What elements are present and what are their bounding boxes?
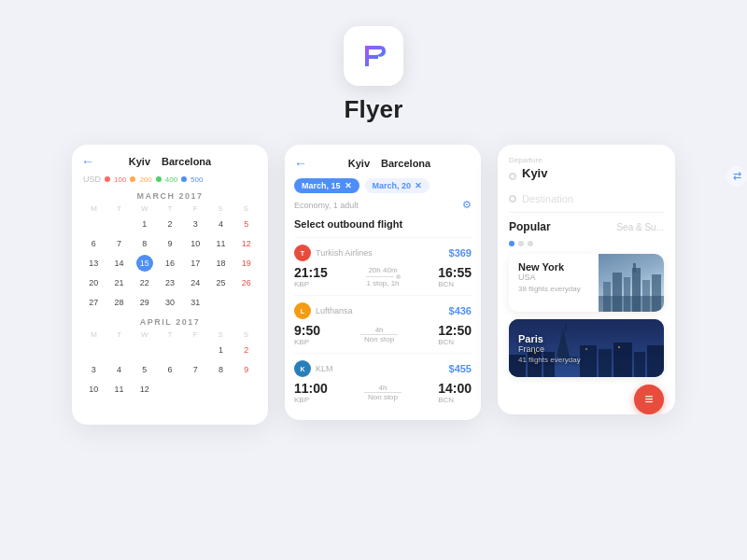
arrive-time: 14:00 BCN <box>438 381 472 404</box>
destination-placeholder: Destination <box>522 193 573 204</box>
cal-day[interactable]: 5 <box>133 360 157 379</box>
departure-label: Departure <box>509 156 664 164</box>
app-logo-svg <box>356 38 391 74</box>
svg-rect-7 <box>599 296 664 312</box>
cal-day[interactable]: 8 <box>208 360 233 379</box>
ny-info: New York USA 38 flights everyday <box>509 254 599 312</box>
flight-price: $455 <box>449 363 472 374</box>
cal-day[interactable]: 2 <box>234 341 259 359</box>
cal-day[interactable]: 6 <box>158 360 182 379</box>
svg-rect-19 <box>647 345 664 377</box>
svg-rect-18 <box>634 352 645 377</box>
depart-time: 9:50 KBP <box>294 323 320 346</box>
svg-rect-17 <box>613 343 632 377</box>
airline-row: K KLM $455 <box>294 360 472 377</box>
cal-day[interactable]: 31 <box>183 293 207 312</box>
airline-name: Turkish Airlines <box>316 248 373 258</box>
cal-day[interactable]: 2 <box>158 215 182 233</box>
destination-label: Barcelona <box>162 156 211 167</box>
close-chip-icon[interactable]: ✕ <box>415 181 422 190</box>
cal-day[interactable]: 12 <box>234 234 259 253</box>
arrive-time: 16:55 BCN <box>438 265 472 288</box>
cal-day[interactable]: 13 <box>81 254 106 273</box>
header: Flyer <box>344 26 403 124</box>
cal-day[interactable]: 7 <box>106 234 131 253</box>
close-chip-icon[interactable]: ✕ <box>345 181 352 190</box>
back-arrow-icon[interactable]: ← <box>81 154 94 169</box>
date-chip-1[interactable]: March, 15 ✕ <box>294 178 359 193</box>
dest-top: Departure Kyiv ⇄ Destination Popular Sea… <box>498 145 675 254</box>
airline-name: Lufthansa <box>316 306 353 315</box>
cal-day[interactable]: 23 <box>158 273 182 292</box>
ny-image <box>599 254 664 312</box>
weekdays-row-2: MTWTFSS <box>81 330 259 339</box>
currency-row: USD 100 200 400 500 <box>81 175 259 184</box>
flight-item[interactable]: K KLM $455 11:00 KBP 4h Non stop <box>294 353 472 411</box>
airline-row: T Turkish Airlines $369 <box>294 245 472 261</box>
cal-day[interactable]: 3 <box>81 360 106 379</box>
cal-day[interactable]: 4 <box>208 215 233 233</box>
cal-day[interactable]: 14 <box>106 254 131 273</box>
svg-rect-4 <box>633 263 636 273</box>
destination-input-row[interactable]: Destination <box>509 193 664 213</box>
cal-day[interactable]: 28 <box>106 293 131 312</box>
price-dot-green <box>156 176 162 182</box>
arrive-time: 12:50 BCN <box>438 323 472 346</box>
march-days: 1 2 3 4 5 6 7 8 9 10 11 12 13 14 15 16 1… <box>81 215 259 312</box>
ny-flights: 38 flights everyday <box>518 285 589 293</box>
klm-logo: K <box>294 360 311 377</box>
pagination-dots <box>509 241 664 246</box>
cal-day[interactable]: 30 <box>158 293 182 312</box>
cal-day[interactable]: 17 <box>183 254 207 273</box>
cal-day[interactable]: 6 <box>81 234 106 253</box>
airline-name: KLM <box>316 364 333 373</box>
cal-day[interactable]: 10 <box>81 380 106 399</box>
add-button[interactable]: ≡ <box>634 385 664 414</box>
cal-day[interactable]: 27 <box>81 293 106 312</box>
filter-icon[interactable]: ⚙ <box>462 199 472 211</box>
lufthansa-logo: L <box>294 302 311 319</box>
cal-day[interactable]: 3 <box>183 215 207 233</box>
flight-item[interactable]: T Turkish Airlines $369 21:15 KBP 20h 40… <box>294 237 472 295</box>
departure-dot-icon <box>509 173 516 180</box>
date-chip-2[interactable]: March, 20 ✕ <box>365 178 430 193</box>
cal-day[interactable]: 20 <box>81 273 106 292</box>
march-label: MARCH 2017 <box>81 191 259 201</box>
cal-day[interactable]: 9 <box>234 360 259 379</box>
ny-city: New York <box>518 261 589 273</box>
select-flight-title: Select outbound flight <box>294 218 472 230</box>
cal-day[interactable]: 8 <box>133 234 157 253</box>
cal-day[interactable]: 7 <box>183 360 207 379</box>
cal-day[interactable]: 19 <box>234 254 259 273</box>
cal-day[interactable]: 25 <box>208 273 233 292</box>
paris-card[interactable]: Paris France 41 flights everyday <box>509 319 664 377</box>
flight-item[interactable]: L Lufthansa $436 9:50 KBP 4h Non stop <box>294 295 472 353</box>
cal-day[interactable]: 11 <box>208 234 233 253</box>
cal-day[interactable]: 11 <box>106 380 131 399</box>
cal-day[interactable]: 29 <box>133 293 157 312</box>
cal-day[interactable]: 18 <box>208 254 233 273</box>
cal-day[interactable]: 26 <box>234 273 259 292</box>
economy-row: Economy, 1 adult ⚙ <box>294 199 472 211</box>
cal-day[interactable]: 1 <box>133 215 157 233</box>
cal-day[interactable]: 1 <box>208 341 233 359</box>
cal-day[interactable]: 16 <box>158 254 182 273</box>
cal-day[interactable]: 24 <box>183 273 207 292</box>
dot-inactive <box>518 241 524 246</box>
back-arrow-icon[interactable]: ← <box>294 156 307 171</box>
cal-day[interactable]: 5 <box>234 215 259 233</box>
cal-day[interactable]: 22 <box>133 273 157 292</box>
april-label: APRIL 2017 <box>81 317 259 327</box>
flight-route-mid: 4h Non stop <box>364 384 402 401</box>
cal-day[interactable]: 21 <box>106 273 131 292</box>
cal-day[interactable]: 9 <box>158 234 182 253</box>
flight-price: $369 <box>449 247 472 259</box>
cal-day[interactable]: 10 <box>183 234 207 253</box>
cal-day-selected[interactable]: 15 <box>136 255 153 272</box>
cal-day[interactable]: 12 <box>133 380 157 399</box>
flight-route-label: Kyiv Barcelona <box>348 158 430 169</box>
price-dot-blue <box>181 176 187 182</box>
new-york-card[interactable]: New York USA 38 flights everyday <box>509 254 664 312</box>
cal-day[interactable]: 4 <box>106 360 131 379</box>
popular-title: Popular <box>509 220 551 233</box>
